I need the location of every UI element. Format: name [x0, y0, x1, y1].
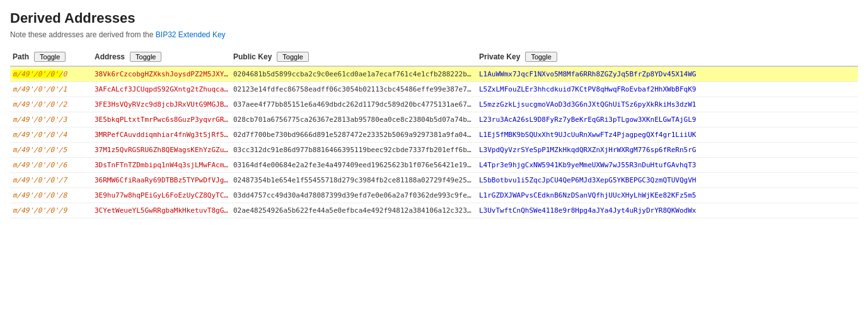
table-row-address: 3FE3HsVQyRVzc9d8jcbJRxVUtG9MGJBq1E [92, 97, 231, 112]
table-row-path: m/49'/0'/0'/3 [10, 112, 92, 127]
table-row-address: 3CYetWeueYL5GwRRgbaMkHketuvT8gGRxA [92, 203, 231, 218]
pubkey-toggle-button[interactable]: Toggle [277, 52, 308, 62]
table-row-address: 3AFcALcf3JCUqpdS92GXntg2tZhuqcaJb6 [92, 82, 231, 97]
table-row-privkey: L1rGZDXJWAPvsCEdknB6NzDSanVQfhjUUcXHyLhW… [477, 188, 858, 203]
derived-addresses-table: Path Toggle Address Toggle Public Key To… [10, 48, 858, 218]
table-row-privkey: L4Tpr3e9hjgCxNW5941Kb9yeMmeUXWw7wJ55R3nD… [477, 158, 858, 173]
table-row-pubkey: 03cc312dc91e86d977b8816466395119beec92cb… [231, 143, 477, 158]
table-row-path: m/49'/0'/0'/4 [10, 127, 92, 143]
table-row-path: m/49'/0'/0'/8 [10, 188, 92, 203]
privkey-header: Private Key [479, 52, 520, 61]
table-row-path: m/49'/0'/0'/5 [10, 143, 92, 158]
table-row-pubkey: 02ae48254926a5b622fe44a5e0efbca4e492f948… [231, 203, 477, 218]
table-row-pubkey: 03dd4757cc49d30a4d78087399d39efd7e0e06a2… [231, 188, 477, 203]
path-toggle-button[interactable]: Toggle [34, 52, 66, 62]
table-row-path: m/49'/0'/0'/1 [10, 82, 92, 97]
table-row-path: m/49'/0'/0'/2 [10, 97, 92, 112]
table-row-address: 36RMW6CfiRaaRy69DTBBz5TYPwDfVJg128 [92, 173, 231, 188]
table-row-privkey: L3VpdQyVzrSYeSpP1MZkHkqdQRXZnXjHrWXRgM77… [477, 143, 858, 158]
table-row-path: m/49'/0'/0'/6 [10, 158, 92, 173]
table-row-pubkey: 03164df4e00684e2a2fe3e4a497409eed1962562… [231, 158, 477, 173]
table-row-path: m/49'/0'/0'/9 [10, 203, 92, 218]
table-row-pubkey: 028cb701a6756775ca26367e2813ab95780ea0ce… [231, 112, 477, 127]
table-row-path: m/49'/0'/0'/7 [10, 173, 92, 188]
table-row-privkey: L5bBotbvu1i5ZqcJpCU4QeP6MJd3XepG5YKBEPGC… [477, 173, 858, 188]
table-row-address: 38Vk6rCzcobgHZXkshJoysdPZ2M5JXYJ1U [92, 66, 231, 82]
table-row-privkey: L1AuWWmx7JqcF1NXvo5M8Mfa6RRh8ZGZyJq5BfrZ… [477, 66, 858, 82]
table-row-address: 3E5bkqPLtxtTmrPwc6s8GuzP3yqvrGRkYH [92, 112, 231, 127]
table-row-privkey: L3UvTwftCnQhSWe4118e9r8Hpg4aJYa4Jyt4uRjy… [477, 203, 858, 218]
table-row-pubkey: 037aee4f77bb85151e6a469dbdc262d1179dc589… [231, 97, 477, 112]
address-header: Address [95, 52, 125, 61]
table-row-privkey: L5mzzGzkLjsucgmoVAoD3d3G6nJXtQGhUiTSz6py… [477, 97, 858, 112]
table-row-pubkey: 02d7f700be730bd9666d891e5287472e23352b50… [231, 127, 477, 143]
path-header: Path [13, 52, 29, 61]
bip32-link[interactable]: BIP32 Extended Key [156, 30, 226, 39]
table-row-address: 3DsTnFTnTZDmbipq1nW4q3sjLMwFAcm59d [92, 158, 231, 173]
table-row-privkey: L5ZxLMFouZLEr3hhcdkuid7KCtPV8qHwqFRoEvba… [477, 82, 858, 97]
table-row-address: 3MRPefCAuvddiqmhiar4fnWg3t5jRf5pmd [92, 127, 231, 143]
page-subtitle: Note these addresses are derived from th… [10, 30, 858, 39]
table-row-privkey: L1Ej5fMBK9bSQUxXht9UJcUuRnXwwFTz4Pjagpeg… [477, 127, 858, 143]
pubkey-header: Public Key [233, 52, 272, 61]
table-row-privkey: L23ru3AcA26sL9D8FyRz7yBeKrEqGRi3pTLgow3X… [477, 112, 858, 127]
table-row-pubkey: 02487354b1e654e1f55455718d279c3984fb2ce8… [231, 173, 477, 188]
page-title: Derived Addresses [10, 10, 858, 27]
table-row-address: 3E9hu77w8hqPEiGyL6FoEzUyCZ8QyTC119 [92, 188, 231, 203]
table-row-pubkey: 02123e14fdfec86758eadff06c3054b02113cbc4… [231, 82, 477, 97]
privkey-toggle-button[interactable]: Toggle [525, 52, 557, 62]
address-toggle-button[interactable]: Toggle [130, 52, 161, 62]
table-row-address: 37M1z5QvRGSRU6Zh8QEWagsKEhYzGZuiM6 [92, 143, 231, 158]
table-row-pubkey: 0204681b5d5899ccba2c9c0ee61cd0ae1a7ecaf7… [231, 66, 477, 82]
table-row-path: m/49'/0'/0'/0 [10, 66, 92, 82]
